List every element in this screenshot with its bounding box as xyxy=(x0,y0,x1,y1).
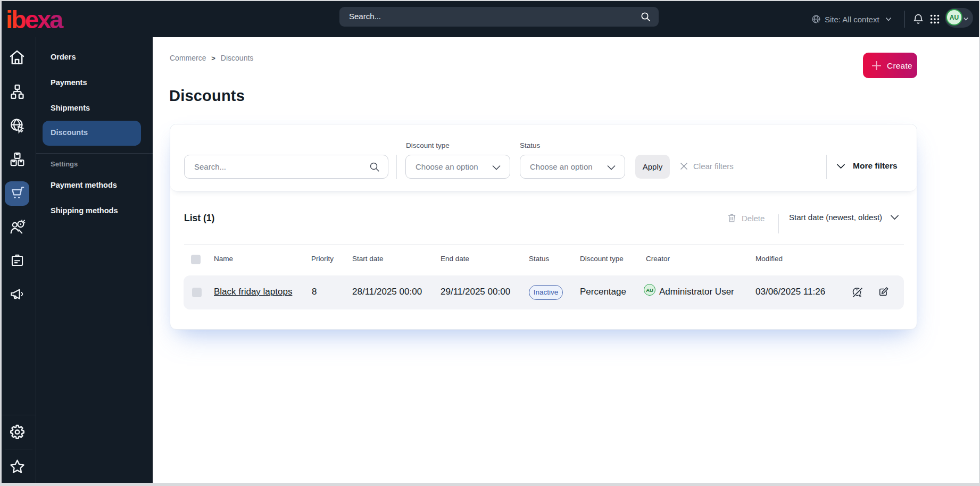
svg-text:ibexa: ibexa xyxy=(6,5,64,33)
